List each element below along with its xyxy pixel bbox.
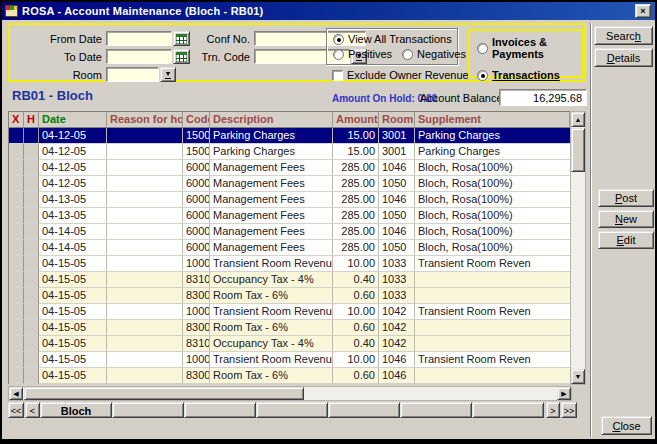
nav-first-button[interactable]: << — [8, 402, 24, 418]
cell-amount: 15.00 — [333, 128, 379, 144]
table-row[interactable]: 04-15-058310Occupancy Tax - 4%0.401042 — [9, 336, 570, 352]
room-input[interactable] — [106, 67, 159, 82]
cell-date: 04-12-05 — [39, 128, 107, 144]
record-tab-bloch[interactable]: Bloch — [40, 402, 112, 418]
horizontal-scrollbar[interactable]: ◀ ▶ — [8, 386, 572, 401]
row-mark-cell — [24, 368, 39, 384]
cell-supplement: Bloch, Rosa(100%) — [415, 240, 570, 256]
table-row[interactable]: 04-12-056000Management Fees285.001046Blo… — [9, 160, 570, 176]
row-mark-cell — [9, 240, 24, 256]
cell-amount: 285.00 — [333, 192, 379, 208]
table-row[interactable]: 04-13-056000Management Fees285.001046Blo… — [9, 192, 570, 208]
row-mark-cell — [24, 128, 39, 144]
cell-description: Room Tax - 6% — [210, 288, 333, 304]
table-row[interactable]: 04-15-051000Transient Room Revenue10.001… — [9, 256, 570, 272]
column-header: Room — [379, 112, 415, 127]
scroll-left-icon[interactable]: ◀ — [9, 387, 23, 400]
table-row[interactable]: 04-15-058300Room Tax - 6%0.601033 — [9, 288, 570, 304]
close-button[interactable]: Close — [601, 416, 652, 435]
cell-date: 04-15-05 — [39, 352, 107, 368]
cell-code: 1000 — [183, 352, 210, 368]
view-option-radio[interactable]: View All Transactions — [333, 33, 452, 45]
table-row[interactable]: 04-13-056000Management Fees285.001050Blo… — [9, 208, 570, 224]
post-button[interactable]: Post — [598, 189, 654, 207]
cell-code: 6000 — [183, 224, 210, 240]
scroll-down-icon[interactable]: ▼ — [571, 369, 585, 384]
room-dropdown-button[interactable]: ▼ — [160, 67, 176, 82]
table-row[interactable]: 04-15-051000Transient Room Revenue10.001… — [9, 304, 570, 320]
cell-reason — [107, 224, 183, 240]
table-row[interactable]: 04-15-051000Transient Room Revenue10.001… — [9, 352, 570, 368]
cell-reason — [107, 272, 183, 288]
row-mark-cell — [9, 208, 24, 224]
title-bar[interactable]: ROSA - Account Maintenance (Bloch - RB01… — [2, 2, 655, 20]
exclude-owner-revenue-checkbox[interactable]: Exclude Owner Revenue — [332, 69, 469, 81]
vertical-scrollbar-thumb[interactable] — [571, 128, 585, 172]
table-row[interactable]: 04-15-058300Room Tax - 6%0.601046 — [9, 368, 570, 384]
edit-button[interactable]: Edit — [598, 231, 654, 249]
table-row[interactable]: 04-15-058300Room Tax - 6%0.601042 — [9, 320, 570, 336]
cell-room: 1046 — [379, 192, 415, 208]
window-content: ROSA - Account Maintenance (Bloch - RB01… — [2, 2, 655, 439]
mode-option-radio[interactable]: Transactions — [477, 69, 582, 81]
cell-reason — [107, 144, 183, 160]
record-tab-empty[interactable] — [400, 402, 472, 418]
cell-code: 1500 — [183, 128, 210, 144]
row-mark-cell — [24, 192, 39, 208]
view-option-radio[interactable]: Negatives — [402, 48, 466, 60]
column-header: Amount — [333, 112, 379, 127]
details-button[interactable]: Details — [594, 48, 653, 67]
cell-amount: 0.40 — [333, 272, 379, 288]
nav-prev-button[interactable]: < — [25, 402, 40, 418]
table-row[interactable]: 04-12-056000Management Fees285.001050Blo… — [9, 176, 570, 192]
record-tab-empty[interactable] — [184, 402, 256, 418]
nav-last-button[interactable]: >> — [561, 402, 577, 418]
cell-date: 04-14-05 — [39, 240, 107, 256]
view-option-radio[interactable]: Positives — [333, 48, 392, 60]
cell-room: 1050 — [379, 208, 415, 224]
window-title: ROSA - Account Maintenance (Bloch - RB01… — [22, 5, 263, 17]
vertical-scrollbar[interactable]: ▲ ▼ — [570, 111, 586, 385]
table-row[interactable]: 04-15-058310Occupancy Tax - 4%0.401033 — [9, 272, 570, 288]
cell-room: 3001 — [379, 144, 415, 160]
table-row[interactable]: 04-14-056000Management Fees285.001050Blo… — [9, 240, 570, 256]
scroll-right-icon[interactable]: ▶ — [557, 387, 571, 400]
row-mark-cell — [9, 176, 24, 192]
cell-room: 1042 — [379, 304, 415, 320]
cell-room: 1050 — [379, 240, 415, 256]
table-header-row: XHDateReason for hold/un-holdCodeDescrip… — [9, 112, 570, 128]
app-icon — [5, 5, 18, 17]
cell-date: 04-15-05 — [39, 304, 107, 320]
nav-next-button[interactable]: > — [546, 402, 560, 418]
record-tab-empty[interactable] — [256, 402, 328, 418]
cell-date: 04-12-05 — [39, 144, 107, 160]
cell-supplement — [415, 272, 570, 288]
table-row[interactable]: 04-12-051500Parking Charges15.003001Park… — [9, 144, 570, 160]
record-tab-empty[interactable] — [472, 402, 544, 418]
radio-icon — [402, 49, 413, 60]
to-date-input[interactable] — [106, 49, 172, 64]
search-button[interactable]: Search — [594, 26, 653, 45]
record-tab-empty[interactable] — [328, 402, 400, 418]
record-tab-empty[interactable] — [112, 402, 184, 418]
new-button[interactable]: New — [598, 210, 654, 228]
scroll-up-icon[interactable]: ▲ — [571, 112, 585, 127]
cell-code: 8300 — [183, 288, 210, 304]
row-mark-cell — [9, 320, 24, 336]
from-date-input[interactable] — [106, 31, 172, 46]
cell-description: Room Tax - 6% — [210, 368, 333, 384]
cell-reason — [107, 336, 183, 352]
row-mark-cell — [24, 304, 39, 320]
cell-amount: 0.60 — [333, 320, 379, 336]
cell-reason — [107, 208, 183, 224]
table-row[interactable]: 04-14-056000Management Fees285.001046Blo… — [9, 224, 570, 240]
close-window-icon[interactable]: × — [635, 4, 651, 18]
row-mark-cell — [9, 160, 24, 176]
mode-group: Invoices & PaymentsTransactions — [468, 29, 584, 78]
table-row[interactable]: 04-12-051500Parking Charges15.003001Park… — [9, 128, 570, 144]
cell-amount: 0.60 — [333, 368, 379, 384]
cell-room: 1050 — [379, 176, 415, 192]
horizontal-scrollbar-thumb[interactable] — [24, 387, 304, 400]
mode-option-radio[interactable]: Invoices & Payments — [477, 36, 582, 60]
cell-reason — [107, 352, 183, 368]
